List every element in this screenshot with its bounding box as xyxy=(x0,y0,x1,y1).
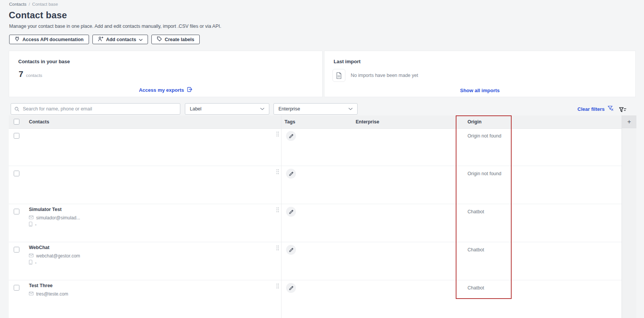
contact-cell: WebChat webchat@gestor.com - xyxy=(29,244,80,266)
filter-settings-button[interactable] xyxy=(619,106,627,115)
origin-value: Chatbot xyxy=(467,285,484,291)
edit-tags-button[interactable] xyxy=(286,207,296,217)
origin-value: Origin not found xyxy=(467,133,501,139)
breadcrumb: Contacts / Contact base xyxy=(9,2,58,6)
plus-icon: + xyxy=(627,118,631,126)
clear-filters-label: Clear filters xyxy=(577,106,605,112)
table-right-rail: + xyxy=(622,115,636,318)
label-dropdown-value: Label xyxy=(190,106,202,112)
chevron-down-icon xyxy=(139,37,143,42)
plug-icon xyxy=(14,36,20,43)
show-all-imports-link[interactable]: Show all imports xyxy=(324,88,635,93)
origin-value: Chatbot xyxy=(467,209,484,214)
edit-tags-button[interactable] xyxy=(286,245,296,255)
contact-phone: - xyxy=(35,260,37,266)
page-subtitle: Manage your contact base in one place. A… xyxy=(9,24,221,29)
row-menu-icon[interactable] xyxy=(276,131,280,137)
access-api-documentation-label: Access API documentation xyxy=(22,37,84,42)
chevron-down-icon xyxy=(348,106,353,112)
search-icon xyxy=(14,106,19,113)
export-icon xyxy=(187,86,192,93)
contact-name: Test Three xyxy=(29,283,68,289)
last-import-card: Last import No imports have been made ye… xyxy=(324,51,635,97)
column-divider xyxy=(281,115,281,318)
add-contacts-label: Add contacts xyxy=(106,37,136,42)
show-all-imports-label: Show all imports xyxy=(460,88,499,93)
select-all-checkbox[interactable] xyxy=(14,119,19,125)
contact-search xyxy=(11,103,180,115)
enterprise-dropdown-value: Enterprise xyxy=(278,106,300,112)
add-column-button[interactable]: + xyxy=(622,115,636,128)
edit-tags-button[interactable] xyxy=(286,283,296,293)
contact-name: Simulator Test xyxy=(29,206,80,213)
table-row: Origin not found xyxy=(9,166,622,204)
toolbar: Access API documentation Add contacts Cr… xyxy=(9,35,200,44)
contact-email: webchat@gestor.com xyxy=(36,253,80,259)
page-title: Contact base xyxy=(9,10,67,21)
tag-icon xyxy=(157,36,162,43)
phone-icon xyxy=(29,222,32,228)
row-checkbox[interactable] xyxy=(14,171,19,176)
access-my-exports-link[interactable]: Access my exports xyxy=(9,86,322,93)
column-header-contacts[interactable]: Contacts xyxy=(29,119,49,125)
last-import-empty-state: No imports have been made yet xyxy=(332,69,418,82)
phone-icon xyxy=(29,260,32,266)
table-row: Test Three tres@teste.com Chatbot xyxy=(9,280,622,318)
edit-tags-button[interactable] xyxy=(286,131,296,141)
column-header-enterprise[interactable]: Enterprise xyxy=(356,119,379,125)
row-menu-icon[interactable] xyxy=(276,283,280,289)
column-header-tags[interactable]: Tags xyxy=(285,119,295,125)
row-checkbox[interactable] xyxy=(14,133,19,139)
chevron-down-icon xyxy=(260,106,264,112)
table-row: Simulator Test simulador@simulad... - xyxy=(9,204,622,242)
search-input[interactable] xyxy=(11,103,180,115)
person-add-icon xyxy=(98,36,103,43)
row-checkbox[interactable] xyxy=(14,247,19,252)
row-menu-icon[interactable] xyxy=(276,169,280,175)
email-icon xyxy=(29,291,33,297)
contacts-count-unit: contacts xyxy=(26,73,42,78)
breadcrumb-contacts[interactable]: Contacts xyxy=(9,2,26,6)
create-labels-label: Create labels xyxy=(165,37,194,42)
email-icon xyxy=(29,215,33,221)
contact-base-page: Contacts / Contact base Contact base Man… xyxy=(0,0,644,318)
row-menu-icon[interactable] xyxy=(276,245,280,251)
edit-tags-button[interactable] xyxy=(286,169,296,179)
table-row: Origin not found xyxy=(9,128,622,166)
contact-phone: - xyxy=(35,222,37,228)
email-icon xyxy=(29,253,33,259)
contact-name: WebChat xyxy=(29,244,80,251)
create-labels-button[interactable]: Create labels xyxy=(151,35,200,44)
enterprise-dropdown[interactable]: Enterprise xyxy=(274,103,358,115)
contacts-card-title: Contacts in your base xyxy=(18,59,70,64)
contacts-count-number: 7 xyxy=(19,69,23,79)
label-dropdown[interactable]: Label xyxy=(185,103,269,115)
table-row: WebChat webchat@gestor.com - xyxy=(9,242,622,280)
filter-list-icon xyxy=(619,109,627,114)
row-menu-icon[interactable] xyxy=(276,207,280,213)
last-import-title: Last import xyxy=(334,59,361,64)
clear-filters-link[interactable]: Clear filters xyxy=(577,105,614,112)
access-api-documentation-button[interactable]: Access API documentation xyxy=(9,35,89,44)
no-imports-message: No imports have been made yet xyxy=(351,73,418,78)
breadcrumb-current: Contact base xyxy=(32,2,58,6)
breadcrumb-separator: / xyxy=(29,2,30,6)
origin-value: Origin not found xyxy=(467,171,501,176)
contact-email: tres@teste.com xyxy=(36,291,68,297)
contacts-in-base-card: Contacts in your base 7 contacts Access … xyxy=(9,51,322,97)
row-checkbox[interactable] xyxy=(14,285,19,291)
contact-cell: Test Three tres@teste.com xyxy=(29,283,68,297)
document-icon xyxy=(332,69,345,82)
row-checkbox[interactable] xyxy=(14,209,19,214)
contact-cell: Simulator Test simulador@simulad... - xyxy=(29,206,80,228)
origin-value: Chatbot xyxy=(467,247,484,252)
table-header: Contacts Tags Enterprise Origin xyxy=(9,115,622,129)
contacts-count: 7 contacts xyxy=(19,69,42,79)
column-header-origin[interactable]: Origin xyxy=(467,119,482,125)
access-my-exports-label: Access my exports xyxy=(139,87,184,93)
clear-filter-icon xyxy=(607,105,614,112)
contact-email: simulador@simulad... xyxy=(36,215,80,221)
add-contacts-button[interactable]: Add contacts xyxy=(92,35,148,44)
